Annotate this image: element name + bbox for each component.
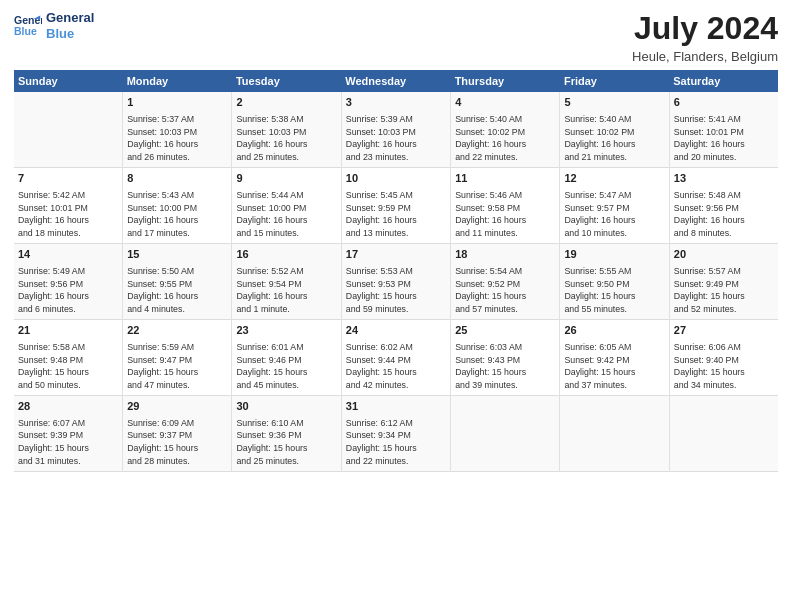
svg-text:Blue: Blue <box>14 24 37 36</box>
logo-icon: General Blue <box>14 12 42 40</box>
calendar-cell-w5-d2: 29Sunrise: 6:09 AMSunset: 9:37 PMDayligh… <box>123 395 232 471</box>
calendar-cell-w5-d7 <box>669 395 778 471</box>
calendar-cell-w5-d6 <box>560 395 669 471</box>
week-row-4: 21Sunrise: 5:58 AMSunset: 9:48 PMDayligh… <box>14 319 778 395</box>
day-number: 24 <box>346 323 446 339</box>
logo-text: General Blue <box>46 10 94 41</box>
calendar-cell-w1-d7: 6Sunrise: 5:41 AMSunset: 10:01 PMDayligh… <box>669 92 778 167</box>
calendar-cell-w2-d7: 13Sunrise: 5:48 AMSunset: 9:56 PMDayligh… <box>669 167 778 243</box>
day-number: 16 <box>236 247 336 263</box>
day-info: Sunrise: 5:58 AMSunset: 9:48 PMDaylight:… <box>18 341 118 392</box>
day-info: Sunrise: 6:09 AMSunset: 9:37 PMDaylight:… <box>127 417 227 468</box>
col-friday: Friday <box>560 70 669 92</box>
calendar-table: Sunday Monday Tuesday Wednesday Thursday… <box>14 70 778 472</box>
calendar-cell-w4-d4: 24Sunrise: 6:02 AMSunset: 9:44 PMDayligh… <box>341 319 450 395</box>
day-info: Sunrise: 5:47 AMSunset: 9:57 PMDaylight:… <box>564 189 664 240</box>
calendar-cell-w3-d4: 17Sunrise: 5:53 AMSunset: 9:53 PMDayligh… <box>341 243 450 319</box>
day-number: 31 <box>346 399 446 415</box>
calendar-cell-w4-d5: 25Sunrise: 6:03 AMSunset: 9:43 PMDayligh… <box>451 319 560 395</box>
day-number: 2 <box>236 95 336 111</box>
day-info: Sunrise: 6:01 AMSunset: 9:46 PMDaylight:… <box>236 341 336 392</box>
day-info: Sunrise: 5:57 AMSunset: 9:49 PMDaylight:… <box>674 265 774 316</box>
week-row-3: 14Sunrise: 5:49 AMSunset: 9:56 PMDayligh… <box>14 243 778 319</box>
col-thursday: Thursday <box>451 70 560 92</box>
calendar-cell-w5-d3: 30Sunrise: 6:10 AMSunset: 9:36 PMDayligh… <box>232 395 341 471</box>
day-info: Sunrise: 6:07 AMSunset: 9:39 PMDaylight:… <box>18 417 118 468</box>
day-number: 28 <box>18 399 118 415</box>
day-number: 13 <box>674 171 774 187</box>
calendar-cell-w4-d1: 21Sunrise: 5:58 AMSunset: 9:48 PMDayligh… <box>14 319 123 395</box>
calendar-cell-w3-d6: 19Sunrise: 5:55 AMSunset: 9:50 PMDayligh… <box>560 243 669 319</box>
day-info: Sunrise: 5:54 AMSunset: 9:52 PMDaylight:… <box>455 265 555 316</box>
day-number: 18 <box>455 247 555 263</box>
day-number: 15 <box>127 247 227 263</box>
day-info: Sunrise: 6:06 AMSunset: 9:40 PMDaylight:… <box>674 341 774 392</box>
logo: General Blue General Blue <box>14 10 94 41</box>
day-number: 29 <box>127 399 227 415</box>
calendar-cell-w2-d2: 8Sunrise: 5:43 AMSunset: 10:00 PMDayligh… <box>123 167 232 243</box>
calendar-cell-w3-d2: 15Sunrise: 5:50 AMSunset: 9:55 PMDayligh… <box>123 243 232 319</box>
calendar-body: 1Sunrise: 5:37 AMSunset: 10:03 PMDayligh… <box>14 92 778 471</box>
logo-line2: Blue <box>46 26 94 42</box>
day-info: Sunrise: 5:39 AMSunset: 10:03 PMDaylight… <box>346 113 446 164</box>
day-info: Sunrise: 5:43 AMSunset: 10:00 PMDaylight… <box>127 189 227 240</box>
day-number: 25 <box>455 323 555 339</box>
day-number: 30 <box>236 399 336 415</box>
day-number: 8 <box>127 171 227 187</box>
col-tuesday: Tuesday <box>232 70 341 92</box>
page: General Blue General Blue July 2024 Heul… <box>0 0 792 612</box>
calendar-cell-w2-d4: 10Sunrise: 5:45 AMSunset: 9:59 PMDayligh… <box>341 167 450 243</box>
day-info: Sunrise: 5:53 AMSunset: 9:53 PMDaylight:… <box>346 265 446 316</box>
day-info: Sunrise: 6:12 AMSunset: 9:34 PMDaylight:… <box>346 417 446 468</box>
calendar-cell-w5-d4: 31Sunrise: 6:12 AMSunset: 9:34 PMDayligh… <box>341 395 450 471</box>
calendar-cell-w3-d3: 16Sunrise: 5:52 AMSunset: 9:54 PMDayligh… <box>232 243 341 319</box>
day-number: 26 <box>564 323 664 339</box>
calendar-cell-w1-d1 <box>14 92 123 167</box>
day-number: 22 <box>127 323 227 339</box>
day-number: 12 <box>564 171 664 187</box>
col-wednesday: Wednesday <box>341 70 450 92</box>
day-number: 4 <box>455 95 555 111</box>
calendar-cell-w2-d3: 9Sunrise: 5:44 AMSunset: 10:00 PMDayligh… <box>232 167 341 243</box>
calendar-cell-w5-d5 <box>451 395 560 471</box>
calendar-cell-w5-d1: 28Sunrise: 6:07 AMSunset: 9:39 PMDayligh… <box>14 395 123 471</box>
calendar-cell-w1-d2: 1Sunrise: 5:37 AMSunset: 10:03 PMDayligh… <box>123 92 232 167</box>
calendar-cell-w4-d2: 22Sunrise: 5:59 AMSunset: 9:47 PMDayligh… <box>123 319 232 395</box>
logo-line1: General <box>46 10 94 26</box>
day-number: 6 <box>674 95 774 111</box>
day-info: Sunrise: 6:03 AMSunset: 9:43 PMDaylight:… <box>455 341 555 392</box>
day-number: 21 <box>18 323 118 339</box>
col-monday: Monday <box>123 70 232 92</box>
day-number: 19 <box>564 247 664 263</box>
day-number: 11 <box>455 171 555 187</box>
day-info: Sunrise: 5:40 AMSunset: 10:02 PMDaylight… <box>564 113 664 164</box>
calendar-cell-w2-d1: 7Sunrise: 5:42 AMSunset: 10:01 PMDayligh… <box>14 167 123 243</box>
main-title: July 2024 <box>632 10 778 47</box>
day-info: Sunrise: 5:46 AMSunset: 9:58 PMDaylight:… <box>455 189 555 240</box>
week-row-5: 28Sunrise: 6:07 AMSunset: 9:39 PMDayligh… <box>14 395 778 471</box>
calendar-cell-w1-d4: 3Sunrise: 5:39 AMSunset: 10:03 PMDayligh… <box>341 92 450 167</box>
day-info: Sunrise: 5:50 AMSunset: 9:55 PMDaylight:… <box>127 265 227 316</box>
calendar-cell-w2-d6: 12Sunrise: 5:47 AMSunset: 9:57 PMDayligh… <box>560 167 669 243</box>
day-info: Sunrise: 5:52 AMSunset: 9:54 PMDaylight:… <box>236 265 336 316</box>
calendar-cell-w4-d6: 26Sunrise: 6:05 AMSunset: 9:42 PMDayligh… <box>560 319 669 395</box>
calendar-cell-w3-d7: 20Sunrise: 5:57 AMSunset: 9:49 PMDayligh… <box>669 243 778 319</box>
day-number: 10 <box>346 171 446 187</box>
header: General Blue General Blue July 2024 Heul… <box>14 10 778 64</box>
day-number: 1 <box>127 95 227 111</box>
day-info: Sunrise: 6:10 AMSunset: 9:36 PMDaylight:… <box>236 417 336 468</box>
day-info: Sunrise: 5:37 AMSunset: 10:03 PMDaylight… <box>127 113 227 164</box>
calendar-cell-w4-d3: 23Sunrise: 6:01 AMSunset: 9:46 PMDayligh… <box>232 319 341 395</box>
day-info: Sunrise: 5:41 AMSunset: 10:01 PMDaylight… <box>674 113 774 164</box>
calendar-cell-w2-d5: 11Sunrise: 5:46 AMSunset: 9:58 PMDayligh… <box>451 167 560 243</box>
day-number: 3 <box>346 95 446 111</box>
header-row: Sunday Monday Tuesday Wednesday Thursday… <box>14 70 778 92</box>
day-info: Sunrise: 5:49 AMSunset: 9:56 PMDaylight:… <box>18 265 118 316</box>
day-info: Sunrise: 5:59 AMSunset: 9:47 PMDaylight:… <box>127 341 227 392</box>
week-row-1: 1Sunrise: 5:37 AMSunset: 10:03 PMDayligh… <box>14 92 778 167</box>
day-info: Sunrise: 5:55 AMSunset: 9:50 PMDaylight:… <box>564 265 664 316</box>
calendar-cell-w1-d6: 5Sunrise: 5:40 AMSunset: 10:02 PMDayligh… <box>560 92 669 167</box>
day-number: 9 <box>236 171 336 187</box>
day-number: 27 <box>674 323 774 339</box>
day-info: Sunrise: 5:48 AMSunset: 9:56 PMDaylight:… <box>674 189 774 240</box>
